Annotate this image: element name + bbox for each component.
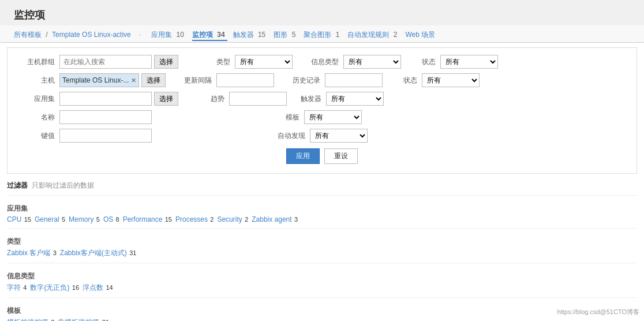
tab-trigger-link[interactable]: 触发器 15 bbox=[233, 31, 268, 39]
tab-app-link[interactable]: 应用集 10 bbox=[151, 31, 186, 39]
filter-tag-processes[interactable]: Processes 2 bbox=[175, 215, 214, 223]
filter-tag-zabbix-client-active[interactable]: Zabbix客户端(主动式) 31 bbox=[60, 248, 137, 258]
key-input[interactable] bbox=[59, 129, 152, 143]
filter-tag-template-items[interactable]: 模板的监控项 3 bbox=[7, 318, 54, 321]
status2-select[interactable]: 所有 正常 异常 bbox=[422, 73, 480, 87]
filter-tag-float[interactable]: 浮点数 14 bbox=[83, 283, 113, 293]
filter-tag-general[interactable]: General 5 bbox=[35, 215, 65, 223]
template-select[interactable]: 所有 模板的监控项 非模板监控项 bbox=[304, 110, 362, 124]
page-header: 监控项 bbox=[0, 0, 644, 25]
divider-2 bbox=[7, 228, 637, 229]
hostgroup-input[interactable] bbox=[59, 55, 152, 69]
filter-tag-zabbixagent[interactable]: Zabbix agent 3 bbox=[252, 215, 298, 223]
app-select-btn[interactable]: 选择 bbox=[154, 92, 178, 106]
host-tag-value: Template OS Linux-... bbox=[62, 76, 129, 84]
label-key: 键值 bbox=[14, 131, 55, 141]
label-interval: 更新间隔 bbox=[177, 76, 212, 85]
filter-buttons: 应用 重设 bbox=[14, 148, 630, 164]
filter-section: 主机群组 选择 类型 所有 Zabbix客户端 Zabbix客户端(主动式) 信… bbox=[7, 47, 637, 174]
infotype-filters-section: 信息类型 字符 4 数字(无正负) 16 浮点数 14 bbox=[0, 266, 644, 295]
filter-col-infotype: 信息类型 所有 数字(无正负) 字符 浮点数 bbox=[304, 55, 401, 69]
history-input[interactable] bbox=[325, 73, 383, 87]
filter-tag-char[interactable]: 字符 4 bbox=[7, 283, 27, 293]
divider-3 bbox=[7, 263, 637, 263]
label-trigger: 触发器 bbox=[298, 94, 321, 104]
filter-col-status: 状态 所有 启用 禁用 bbox=[413, 55, 498, 69]
infotype-select[interactable]: 所有 数字(无正负) 字符 浮点数 bbox=[343, 55, 401, 69]
filter-col-template: 模板 所有 模板的监控项 非模板监控项 bbox=[276, 110, 362, 124]
filter-tag-cpu[interactable]: CPU 15 bbox=[7, 215, 31, 223]
name-input[interactable] bbox=[59, 110, 152, 124]
autodiscovery-select[interactable]: 所有 是 否 bbox=[310, 129, 368, 143]
filter-row-1: 主机群组 选择 类型 所有 Zabbix客户端 Zabbix客户端(主动式) 信… bbox=[14, 55, 630, 69]
host-tag-remove[interactable]: ✕ bbox=[131, 77, 136, 84]
app-input[interactable] bbox=[59, 92, 152, 106]
label-status: 状态 bbox=[413, 57, 436, 67]
tab-discovery-link[interactable]: 自动发现规则 2 bbox=[347, 31, 399, 39]
filter-col-name: 名称 bbox=[14, 110, 152, 124]
filter-col-key: 键值 bbox=[14, 129, 152, 143]
label-app: 应用集 bbox=[14, 94, 55, 104]
app-filters-heading: 应用集 bbox=[7, 204, 637, 214]
template-filters-section: 模板 模板的监控项 3 非模板监控项 31 bbox=[0, 300, 644, 321]
hostgroup-select-btn[interactable]: 选择 bbox=[154, 55, 178, 69]
interval-input[interactable] bbox=[216, 73, 274, 87]
filter-tag-os[interactable]: OS 8 bbox=[103, 215, 119, 223]
label-infotype: 信息类型 bbox=[304, 57, 339, 67]
filter-tag-nontemplate-items[interactable]: 非模板监控项 31 bbox=[58, 318, 109, 321]
filter-tag-zabbix-client[interactable]: Zabbix 客户端 3 bbox=[7, 248, 57, 258]
label-hostgroup: 主机群组 bbox=[14, 57, 55, 67]
type-filters-section: 类型 Zabbix 客户端 3 Zabbix客户端(主动式) 31 bbox=[0, 231, 644, 260]
watermark: https://blog.csd@51CTO博客 bbox=[557, 308, 639, 316]
trend-input[interactable] bbox=[229, 92, 287, 106]
filter-summary-label: 过滤器 bbox=[7, 181, 28, 189]
tab-monitor-link[interactable]: 监控项 34 bbox=[192, 31, 227, 41]
apply-btn[interactable]: 应用 bbox=[286, 148, 320, 164]
reset-btn[interactable]: 重设 bbox=[324, 148, 358, 164]
label-name: 名称 bbox=[14, 113, 55, 122]
filter-col-trend: 趋势 bbox=[190, 92, 287, 106]
tab-agg-link[interactable]: 聚合图形 1 bbox=[304, 31, 342, 39]
filter-tag-unsigned[interactable]: 数字(无正负) 16 bbox=[30, 283, 79, 293]
divider-1 bbox=[7, 195, 637, 196]
filter-tag-security[interactable]: Security 2 bbox=[217, 215, 248, 223]
filter-summary-hint: 只影响过滤后的数据 bbox=[32, 181, 94, 189]
filter-row-4: 名称 模板 所有 模板的监控项 非模板监控项 bbox=[14, 110, 630, 124]
tab-web-link[interactable]: Web 场景 bbox=[405, 31, 435, 39]
filter-col-interval: 更新间隔 bbox=[177, 73, 274, 87]
filter-tag-memory[interactable]: Memory 5 bbox=[69, 215, 100, 223]
filter-row-5: 键值 自动发现 所有 是 否 bbox=[14, 129, 630, 143]
template-filters-heading: 模板 bbox=[7, 306, 637, 316]
label-type: 类型 bbox=[190, 57, 230, 67]
filter-col-app: 应用集 选择 bbox=[14, 92, 178, 106]
label-status2: 状态 bbox=[394, 76, 417, 85]
divider-4 bbox=[7, 297, 637, 298]
app-filter-tags: CPU 15 General 5 Memory 5 OS 8 Performan… bbox=[7, 215, 637, 223]
infotype-filters-heading: 信息类型 bbox=[7, 271, 637, 281]
filter-summary: 过滤器 只影响过滤后的数据 bbox=[0, 178, 644, 193]
filter-col-hostgroup: 主机群组 选择 bbox=[14, 55, 178, 69]
filter-col-status2: 状态 所有 正常 异常 bbox=[394, 73, 480, 87]
tab-graph-link[interactable]: 图形 5 bbox=[274, 31, 298, 39]
type-filters-heading: 类型 bbox=[7, 237, 637, 247]
page-title: 监控项 bbox=[7, 3, 637, 25]
filter-col-trigger: 触发器 所有 有触发器 无触发器 bbox=[298, 92, 384, 106]
filter-tag-performance[interactable]: Performance 15 bbox=[123, 215, 172, 223]
breadcrumb: 所有模板 / Template OS Linux-active · 应用集 10… bbox=[7, 28, 637, 42]
filter-row-3: 应用集 选择 趋势 触发器 所有 有触发器 无触发器 bbox=[14, 92, 630, 106]
breadcrumb-template[interactable]: Template OS Linux-active bbox=[52, 31, 131, 39]
label-template: 模板 bbox=[276, 113, 299, 122]
type-filter-tags: Zabbix 客户端 3 Zabbix客户端(主动式) 31 bbox=[7, 248, 637, 258]
label-history: 历史记录 bbox=[286, 76, 320, 85]
label-host: 主机 bbox=[14, 76, 55, 85]
status-select[interactable]: 所有 启用 禁用 bbox=[440, 55, 498, 69]
trigger-select[interactable]: 所有 有触发器 无触发器 bbox=[326, 92, 384, 106]
host-select-btn[interactable]: 选择 bbox=[141, 73, 166, 87]
filter-col-type: 类型 所有 Zabbix客户端 Zabbix客户端(主动式) bbox=[190, 55, 293, 69]
app-filters-section: 应用集 CPU 15 General 5 Memory 5 OS 8 Perfo… bbox=[0, 198, 644, 226]
type-select[interactable]: 所有 Zabbix客户端 Zabbix客户端(主动式) bbox=[235, 55, 293, 69]
filter-col-history: 历史记录 bbox=[286, 73, 383, 87]
template-filter-tags: 模板的监控项 3 非模板监控项 31 bbox=[7, 318, 637, 321]
breadcrumb-all-templates[interactable]: 所有模板 bbox=[14, 31, 42, 39]
filter-col-host: 主机 Template OS Linux-... ✕ 选择 bbox=[14, 73, 166, 87]
